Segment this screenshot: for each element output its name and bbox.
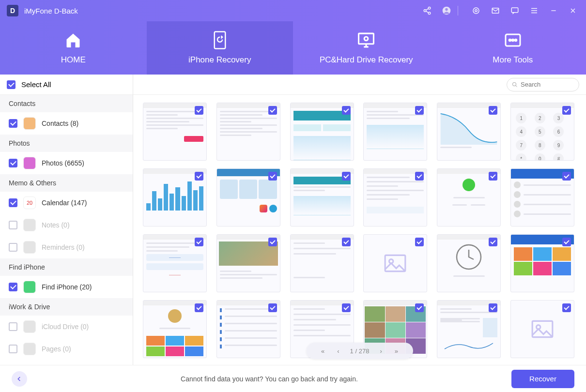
section-header: Find iPhone: [0, 258, 133, 276]
thumb-checkbox[interactable]: [195, 238, 203, 246]
footer: Cannot find data you want? You can go ba…: [0, 365, 586, 392]
item-checkbox[interactable]: [9, 119, 17, 128]
thumb-checkbox[interactable]: [562, 172, 571, 181]
item-checkbox[interactable]: [9, 198, 17, 207]
photo-thumb[interactable]: [143, 300, 207, 358]
feedback-icon[interactable]: [509, 4, 521, 17]
app-logo: D: [7, 5, 18, 16]
thumb-checkbox[interactable]: [268, 238, 277, 246]
item-icon: [23, 281, 36, 293]
select-all-checkbox[interactable]: [7, 80, 15, 89]
tab-home[interactable]: HOME: [0, 21, 147, 75]
thumb-checkbox[interactable]: [562, 106, 571, 115]
item-label: Contacts (8): [42, 120, 78, 127]
photo-thumb[interactable]: [510, 168, 574, 226]
thumb-checkbox[interactable]: [489, 106, 497, 115]
item-icon: [23, 241, 36, 254]
sidebar-item: Notes (0): [0, 214, 133, 236]
toolbar: [133, 75, 586, 95]
thumb-checkbox[interactable]: [415, 303, 424, 312]
item-checkbox[interactable]: [9, 283, 17, 291]
photo-thumb[interactable]: [510, 300, 574, 358]
thumb-checkbox[interactable]: [195, 106, 203, 115]
pager-last[interactable]: »: [393, 346, 400, 357]
section-header: Memo & Others: [0, 174, 133, 192]
account-icon[interactable]: [440, 4, 453, 17]
sidebar-item[interactable]: Contacts (8): [0, 112, 133, 135]
sidebar: Select All ContactsContacts (8)PhotosPho…: [0, 75, 133, 365]
thumb-checkbox[interactable]: [195, 172, 203, 181]
thumb-checkbox[interactable]: [562, 303, 571, 312]
svg-point-6: [475, 10, 478, 12]
search-box[interactable]: [507, 78, 579, 91]
item-checkbox[interactable]: [9, 159, 17, 167]
photo-thumb[interactable]: [290, 234, 354, 292]
item-label: Find iPhone (20): [42, 283, 92, 291]
photo-thumb[interactable]: [216, 234, 280, 292]
settings-icon[interactable]: [470, 4, 482, 17]
thumb-checkbox[interactable]: [489, 172, 497, 181]
svg-point-4: [445, 8, 447, 11]
back-button[interactable]: [12, 371, 27, 387]
photo-thumb[interactable]: [216, 168, 280, 226]
photo-thumb[interactable]: [290, 168, 354, 226]
photo-thumb[interactable]: [363, 103, 427, 161]
thumb-checkbox[interactable]: [342, 106, 351, 115]
thumb-checkbox[interactable]: [268, 172, 277, 181]
thumb-checkbox[interactable]: [489, 303, 497, 312]
tab-iphone-recovery[interactable]: iPhone Recovery: [147, 21, 293, 75]
photo-thumb[interactable]: [363, 168, 427, 226]
recover-button[interactable]: Recover: [511, 370, 574, 388]
photo-thumb[interactable]: [437, 168, 501, 226]
tab-pc-recovery[interactable]: PC&Hard Drive Recovery: [293, 21, 440, 75]
photo-thumb[interactable]: [437, 234, 501, 292]
item-checkbox[interactable]: [9, 322, 17, 331]
minimize-icon[interactable]: [547, 4, 560, 17]
item-checkbox[interactable]: [9, 345, 17, 353]
svg-point-16: [513, 82, 516, 86]
close-icon[interactable]: [567, 4, 579, 17]
pager-next[interactable]: ›: [378, 346, 384, 357]
photo-thumb[interactable]: [363, 234, 427, 292]
tab-more-tools[interactable]: More Tools: [440, 21, 586, 75]
item-checkbox[interactable]: [9, 243, 17, 252]
thumb-checkbox[interactable]: [342, 172, 351, 181]
footer-message: Cannot find data you want? You can go ba…: [36, 375, 503, 383]
sidebar-item[interactable]: 20Calendar (147): [0, 192, 133, 214]
thumb-checkbox[interactable]: [415, 172, 424, 181]
mail-icon[interactable]: [489, 4, 502, 17]
titlebar: D iMyFone D-Back: [0, 0, 586, 21]
photo-thumb[interactable]: [143, 168, 207, 226]
photo-thumb[interactable]: [510, 234, 574, 292]
photo-thumb[interactable]: [290, 103, 354, 161]
photo-thumb[interactable]: [437, 300, 501, 358]
thumb-checkbox[interactable]: [342, 303, 351, 312]
search-input[interactable]: [521, 81, 574, 88]
thumb-checkbox[interactable]: [342, 238, 351, 246]
photo-thumb[interactable]: ――――――: [143, 234, 207, 292]
thumb-checkbox[interactable]: [489, 238, 497, 246]
pager-first[interactable]: «: [319, 346, 326, 357]
item-icon: [23, 219, 36, 231]
sidebar-item[interactable]: Find iPhone (20): [0, 276, 133, 298]
thumb-checkbox[interactable]: [268, 303, 277, 312]
photo-thumb[interactable]: [437, 103, 501, 161]
item-checkbox[interactable]: [9, 221, 17, 229]
photo-thumb[interactable]: [143, 103, 207, 161]
pager-prev[interactable]: ‹: [335, 346, 341, 357]
share-icon[interactable]: [421, 4, 433, 17]
thumb-checkbox[interactable]: [415, 106, 424, 115]
sidebar-item[interactable]: Photos (6655): [0, 152, 133, 174]
thumb-checkbox[interactable]: [268, 106, 277, 115]
pager: « ‹ 1 / 278 › »: [307, 343, 413, 359]
thumb-checkbox[interactable]: [562, 238, 571, 246]
photo-thumb[interactable]: 123456789*0#: [510, 103, 574, 161]
thumb-checkbox[interactable]: [415, 238, 424, 246]
item-icon: [23, 117, 36, 130]
photo-thumb[interactable]: [216, 300, 280, 358]
thumb-checkbox[interactable]: [195, 303, 203, 312]
select-all-row[interactable]: Select All: [0, 75, 133, 95]
menu-icon[interactable]: [528, 4, 540, 17]
photo-thumb[interactable]: [216, 103, 280, 161]
photo-grid: 123456789*0#――――――: [133, 95, 586, 365]
